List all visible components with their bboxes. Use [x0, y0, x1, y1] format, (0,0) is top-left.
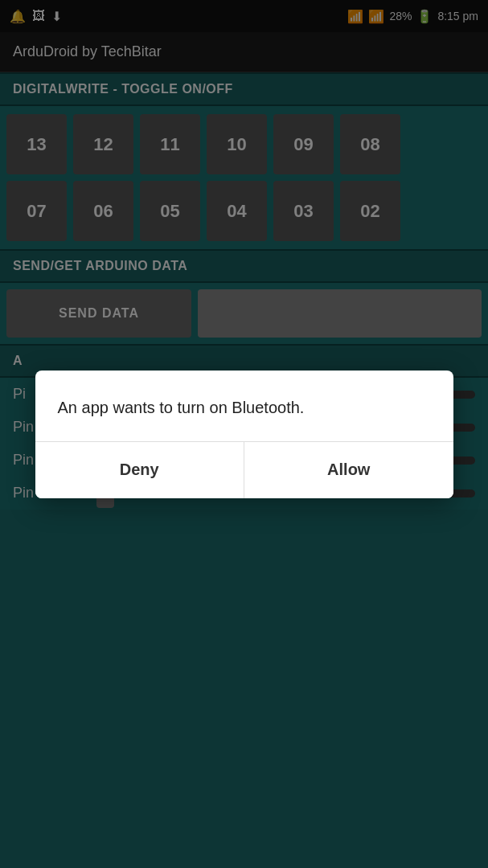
- allow-button[interactable]: Allow: [244, 442, 453, 498]
- dialog-overlay: An app wants to turn on Bluetooth. Deny …: [0, 0, 488, 868]
- deny-button[interactable]: Deny: [35, 442, 244, 498]
- bluetooth-dialog: An app wants to turn on Bluetooth. Deny …: [35, 371, 453, 498]
- dialog-buttons: Deny Allow: [35, 442, 453, 498]
- dialog-message: An app wants to turn on Bluetooth.: [35, 371, 453, 441]
